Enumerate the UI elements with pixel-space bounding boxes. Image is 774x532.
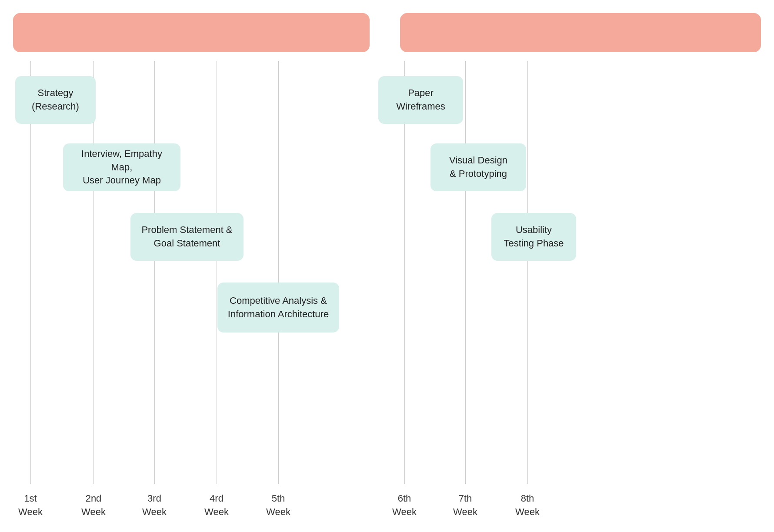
week-label-w3: 3rdWeek (137, 492, 172, 519)
card-interview: Interview, Empathy Map, User Journey Map (63, 143, 180, 191)
week-label-w7: 7thWeek (448, 492, 483, 519)
week-label-w1: 1stWeek (13, 492, 48, 519)
card-visual: Visual Design & Prototyping (430, 143, 526, 191)
card-strategy: Strategy (Research) (15, 76, 96, 124)
timeline-vline-8 (527, 61, 528, 484)
timeline-vline-2 (93, 61, 94, 484)
card-usability: Usability Testing Phase (491, 213, 576, 261)
timeline-vline-1 (30, 61, 31, 484)
card-problem: Problem Statement & Goal Statement (130, 213, 244, 261)
week-label-w2: 2ndWeek (76, 492, 111, 519)
week-label-w4: 4rdWeek (199, 492, 234, 519)
ui-banner (400, 13, 761, 52)
timeline-vline-5 (278, 61, 279, 484)
page-container: 1stWeek2ndWeek3rdWeek4rdWeek5thWeek6thWe… (0, 0, 774, 532)
ux-banner (13, 13, 370, 52)
week-label-w5: 5thWeek (261, 492, 296, 519)
card-paper: Paper Wireframes (378, 76, 463, 124)
timeline-vline-7 (465, 61, 466, 484)
timeline-vline-6 (404, 61, 405, 484)
week-label-w8: 8thWeek (510, 492, 545, 519)
timeline-vline-4 (217, 61, 217, 484)
timeline-vline-3 (154, 61, 155, 484)
week-label-w6: 6thWeek (387, 492, 422, 519)
card-competitive: Competitive Analysis & Information Archi… (217, 283, 339, 332)
